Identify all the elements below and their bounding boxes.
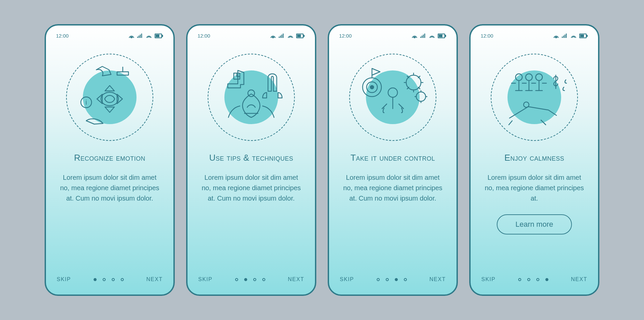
svg-point-8 bbox=[101, 92, 118, 106]
status-time: 12:00 bbox=[198, 33, 210, 39]
page-dots bbox=[235, 278, 265, 281]
svg-rect-11 bbox=[117, 72, 128, 75]
status-bar: 12:00 bbox=[471, 25, 598, 39]
svg-rect-2 bbox=[139, 36, 140, 38]
next-button[interactable]: NEXT bbox=[429, 276, 446, 282]
next-button[interactable]: NEXT bbox=[146, 276, 163, 282]
svg-rect-14 bbox=[280, 36, 281, 38]
footer-nav: SKIP NEXT bbox=[46, 276, 173, 295]
status-icons bbox=[128, 34, 163, 38]
svg-point-20 bbox=[248, 90, 255, 97]
svg-rect-40 bbox=[566, 34, 567, 38]
learn-more-button[interactable]: Learn more bbox=[497, 214, 572, 234]
screen-title: Enjoy calmness bbox=[504, 153, 565, 163]
status-icons bbox=[553, 34, 588, 38]
svg-point-47 bbox=[524, 102, 529, 107]
page-dot[interactable] bbox=[518, 278, 521, 281]
page-dot[interactable] bbox=[94, 278, 97, 281]
svg-rect-6 bbox=[156, 35, 159, 37]
svg-rect-16 bbox=[283, 34, 284, 38]
svg-point-33 bbox=[370, 86, 374, 89]
status-time: 12:00 bbox=[56, 33, 69, 39]
footer-nav: SKIP NEXT bbox=[471, 276, 598, 295]
svg-rect-3 bbox=[140, 35, 141, 38]
status-bar: 12:00 bbox=[329, 25, 457, 39]
svg-text:i: i bbox=[86, 99, 87, 106]
svg-rect-7 bbox=[162, 35, 163, 37]
skip-button[interactable]: SKIP bbox=[198, 276, 212, 282]
page-dot[interactable] bbox=[536, 278, 539, 281]
svg-rect-23 bbox=[420, 37, 421, 38]
page-dot[interactable] bbox=[235, 278, 238, 281]
screen-description: Lorem ipsum dolor sit dim amet no, mea r… bbox=[200, 172, 302, 204]
screen-description: Lorem ipsum dolor sit dim amet no, mea r… bbox=[59, 172, 161, 204]
screen-title: Take it under control bbox=[351, 153, 435, 163]
illustration bbox=[471, 39, 598, 149]
page-dot[interactable] bbox=[121, 278, 124, 281]
svg-rect-13 bbox=[279, 37, 280, 38]
svg-point-12 bbox=[273, 37, 273, 38]
onboarding-screen: 12:00 i Recognize emotion Lorem ipsum do… bbox=[45, 24, 175, 296]
page-dot[interactable] bbox=[377, 278, 380, 281]
page-dot[interactable] bbox=[386, 278, 389, 281]
svg-point-44 bbox=[516, 74, 522, 81]
skip-button[interactable]: SKIP bbox=[340, 276, 354, 282]
skip-button[interactable]: SKIP bbox=[481, 276, 495, 282]
footer-nav: SKIP NEXT bbox=[187, 276, 315, 295]
skip-button[interactable]: SKIP bbox=[57, 276, 71, 282]
svg-rect-25 bbox=[423, 35, 424, 38]
page-dot[interactable] bbox=[103, 278, 106, 281]
svg-rect-18 bbox=[297, 35, 301, 37]
page-dot[interactable] bbox=[527, 278, 530, 281]
illustration: i bbox=[46, 39, 173, 149]
screen-description: Lorem ipsum dolor sit dim amet no, mea r… bbox=[483, 172, 585, 204]
page-dots bbox=[377, 278, 407, 281]
svg-point-30 bbox=[388, 88, 397, 97]
page-dot[interactable] bbox=[404, 278, 407, 281]
status-time: 12:00 bbox=[481, 33, 493, 39]
svg-point-35 bbox=[416, 92, 426, 101]
status-time: 12:00 bbox=[339, 33, 352, 39]
onboarding-screen: 12:00 Enjoy calmness Lorem ipsum dolor s… bbox=[469, 24, 599, 296]
svg-rect-39 bbox=[565, 35, 566, 38]
status-icons bbox=[412, 34, 446, 38]
status-bar: 12:00 bbox=[46, 25, 173, 39]
svg-rect-28 bbox=[439, 35, 442, 37]
status-icons bbox=[270, 34, 305, 38]
svg-point-45 bbox=[526, 74, 532, 81]
page-dot[interactable] bbox=[112, 278, 115, 281]
svg-rect-37 bbox=[562, 37, 563, 38]
svg-rect-42 bbox=[580, 35, 584, 37]
page-dots bbox=[518, 278, 548, 281]
next-button[interactable]: NEXT bbox=[288, 276, 304, 282]
footer-nav: SKIP NEXT bbox=[329, 276, 457, 295]
svg-rect-19 bbox=[304, 35, 305, 37]
onboarding-screen: 12:00 Take it under control Lorem ipsum … bbox=[328, 24, 458, 296]
screen-title: Recognize emotion bbox=[74, 153, 146, 163]
status-bar: 12:00 bbox=[187, 25, 315, 39]
svg-rect-15 bbox=[281, 35, 282, 38]
page-dot[interactable] bbox=[262, 278, 265, 281]
svg-rect-1 bbox=[137, 37, 138, 38]
svg-rect-26 bbox=[424, 34, 425, 38]
page-dot[interactable] bbox=[244, 278, 247, 281]
onboarding-screen: 12:00 Use tips & techniques Lorem ipsum … bbox=[186, 24, 316, 296]
page-dot[interactable] bbox=[253, 278, 256, 281]
page-dot[interactable] bbox=[395, 278, 398, 281]
svg-rect-38 bbox=[563, 36, 564, 38]
next-button[interactable]: NEXT bbox=[571, 276, 587, 282]
page-dot[interactable] bbox=[545, 278, 548, 281]
page-dots bbox=[94, 278, 124, 281]
svg-point-46 bbox=[536, 74, 542, 81]
svg-point-0 bbox=[131, 37, 132, 38]
svg-point-22 bbox=[414, 37, 415, 38]
svg-rect-29 bbox=[445, 35, 446, 37]
illustration bbox=[329, 39, 457, 149]
svg-rect-4 bbox=[141, 34, 142, 38]
svg-point-36 bbox=[556, 37, 556, 38]
svg-rect-43 bbox=[587, 35, 588, 37]
screen-description: Lorem ipsum dolor sit dim amet no, mea r… bbox=[342, 172, 444, 204]
screen-title: Use tips & techniques bbox=[209, 153, 293, 163]
svg-rect-24 bbox=[422, 36, 423, 38]
illustration bbox=[187, 39, 315, 149]
